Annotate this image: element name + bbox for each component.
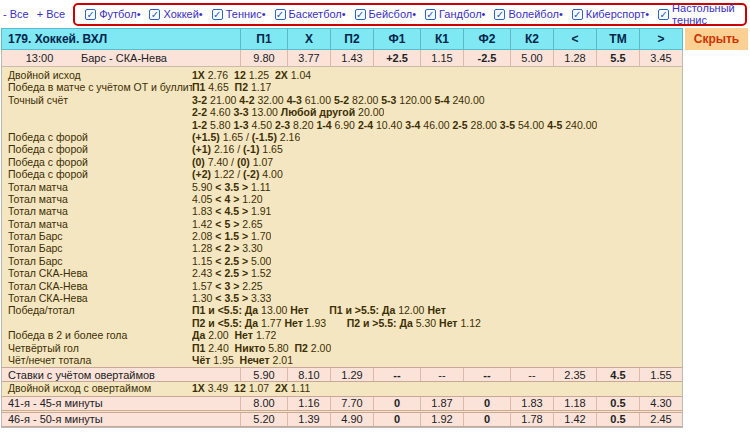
odds-cell[interactable]: 4.30 — [639, 397, 682, 410]
odds-cell[interactable]: 1.18 — [553, 397, 596, 410]
odds-cell[interactable]: 9.80 — [240, 50, 287, 66]
sport-filter-item[interactable]: ✓Гандбол — [412, 8, 481, 20]
odds-value[interactable]: 1.04 — [288, 69, 311, 81]
odds-value[interactable]: 3.30 — [239, 242, 262, 254]
odds-value[interactable]: 5.80 — [265, 342, 294, 354]
odds-value[interactable]: 5.00 — [248, 255, 271, 267]
checkbox-checked-icon[interactable]: ✓ — [275, 9, 286, 20]
odds-cell[interactable]: 1.16 — [287, 397, 330, 410]
odds-value[interactable]: 240.00 — [450, 94, 485, 106]
odds-value[interactable]: 1.70 — [248, 230, 271, 242]
odds-value[interactable]: 1.57 — [192, 280, 215, 292]
sport-filter-item[interactable]: ✓Теннис — [199, 8, 262, 20]
odds-cell[interactable]: 0.5 — [596, 397, 639, 410]
odds-value[interactable]: 61.00 — [302, 94, 334, 106]
odds-value[interactable]: 1.72 — [253, 329, 276, 341]
odds-value[interactable]: 1.11 — [248, 181, 271, 193]
checkbox-checked-icon[interactable]: ✓ — [212, 9, 223, 20]
odds-value[interactable]: 1.28 — [192, 242, 215, 254]
odds-value[interactable]: 1.65 — [259, 143, 282, 155]
odds-cell[interactable]: 1.29 — [330, 368, 373, 381]
checkbox-checked-icon[interactable]: ✓ — [658, 9, 669, 20]
odds-cell[interactable]: 1.92 — [420, 413, 463, 426]
odds-value[interactable]: 13.00 — [258, 304, 290, 316]
odds-value[interactable]: 20.00 — [355, 106, 384, 118]
select-all-link[interactable]: + Все — [37, 8, 65, 20]
odds-value[interactable]: 1.17 — [248, 81, 271, 93]
odds-value[interactable]: 5.90 — [192, 181, 215, 193]
odds-cell[interactable]: 1.83 — [510, 397, 553, 410]
odds-cell[interactable]: 8.00 — [240, 397, 287, 410]
odds-value[interactable]: 1.30 — [192, 292, 215, 304]
sport-filter-item[interactable]: ✓Киберспорт — [559, 8, 645, 20]
odds-cell[interactable]: 1.42 — [553, 413, 596, 426]
odds-value[interactable]: 120.00 — [396, 94, 434, 106]
odds-value[interactable]: 54.00 — [515, 119, 547, 131]
sport-filter-item[interactable]: ✓Бейсбол — [342, 8, 412, 20]
odds-value[interactable]: 2.65 — [239, 218, 262, 230]
odds-cell[interactable]: 1.28 — [553, 50, 596, 66]
checkbox-checked-icon[interactable]: ✓ — [149, 9, 160, 20]
odds-value[interactable]: 1.93 — [303, 317, 347, 329]
odds-value[interactable]: 1.65 / — [220, 131, 252, 143]
odds-value[interactable]: 2.76 — [205, 69, 234, 81]
odds-value[interactable]: 1.83 — [192, 205, 215, 217]
odds-value[interactable]: 2.00 — [308, 342, 331, 354]
odds-value[interactable]: 46.00 — [420, 119, 452, 131]
odds-value[interactable]: 1.07 — [250, 156, 273, 168]
odds-cell[interactable]: 2.45 — [639, 413, 682, 426]
odds-value[interactable]: 2.01 — [270, 354, 293, 366]
odds-value[interactable]: 5.30 — [413, 317, 439, 329]
odds-value[interactable]: 1.25 — [246, 69, 275, 81]
odds-value[interactable]: 4.60 — [207, 106, 233, 118]
checkbox-checked-icon[interactable]: ✓ — [85, 9, 96, 20]
odds-value[interactable] — [309, 304, 329, 316]
match-name[interactable]: Барс - СКА-Нева — [77, 50, 240, 66]
sport-filter-item[interactable]: ✓Футбол — [85, 8, 137, 20]
odds-value[interactable]: 2.16 / — [211, 143, 243, 155]
odds-value[interactable]: 21.00 — [207, 94, 239, 106]
league-title[interactable]: 179. Хоккей. ВХЛ — [2, 29, 240, 49]
odds-value[interactable]: 1.11 — [288, 382, 311, 394]
odds-cell[interactable]: -2.5 — [463, 50, 510, 66]
odds-value[interactable]: 1.91 — [248, 205, 271, 217]
checkbox-checked-icon[interactable]: ✓ — [425, 9, 436, 20]
odds-cell[interactable]: 3.45 — [639, 50, 682, 66]
odds-cell[interactable]: 1.15 — [420, 50, 463, 66]
sport-filter-item[interactable]: ✓Хоккей — [137, 8, 199, 20]
odds-value[interactable]: 4.00 — [259, 168, 282, 180]
sport-filter-item[interactable]: ✓Баскетбол — [262, 8, 342, 20]
odds-value[interactable]: 3.33 — [248, 292, 271, 304]
odds-cell[interactable]: 5.90 — [240, 368, 287, 381]
odds-value[interactable]: 4.05 — [192, 193, 215, 205]
odds-cell[interactable]: 2.35 — [553, 368, 596, 381]
odds-value[interactable]: 1.95 — [210, 354, 239, 366]
odds-cell[interactable]: 0 — [463, 413, 510, 426]
odds-cell[interactable]: 4.5 — [596, 368, 639, 381]
odds-cell[interactable]: 1.39 — [287, 413, 330, 426]
odds-cell[interactable]: 1.43 — [330, 50, 373, 66]
odds-value[interactable]: 1.12 — [458, 317, 481, 329]
odds-cell[interactable]: 4.90 — [330, 413, 373, 426]
odds-value[interactable]: 3.49 — [205, 382, 234, 394]
odds-value[interactable]: 8.20 — [290, 119, 316, 131]
checkbox-checked-icon[interactable]: ✓ — [355, 9, 366, 20]
odds-cell[interactable]: 5.20 — [240, 413, 287, 426]
odds-cell[interactable]: 5.00 — [510, 50, 553, 66]
odds-value[interactable]: 12.00 — [395, 304, 427, 316]
odds-value[interactable]: 2.00 — [205, 329, 234, 341]
odds-cell[interactable]: 1.78 — [510, 413, 553, 426]
odds-cell[interactable]: 0 — [373, 413, 420, 426]
odds-value[interactable]: 1.77 — [258, 317, 284, 329]
odds-value[interactable]: 1.42 — [192, 218, 215, 230]
odds-value[interactable]: 1.07 — [246, 382, 275, 394]
odds-value[interactable]: 4.65 — [205, 81, 234, 93]
odds-value[interactable]: 10.40 — [373, 119, 405, 131]
odds-value[interactable]: 240.00 — [562, 119, 597, 131]
odds-cell[interactable]: +2.5 — [373, 50, 420, 66]
odds-value[interactable]: 1.15 — [192, 255, 215, 267]
odds-value[interactable]: 2.43 — [192, 267, 215, 279]
odds-value[interactable]: 1.52 — [248, 267, 271, 279]
odds-cell[interactable]: 0 — [373, 397, 420, 410]
odds-cell[interactable]: 3.77 — [287, 50, 330, 66]
